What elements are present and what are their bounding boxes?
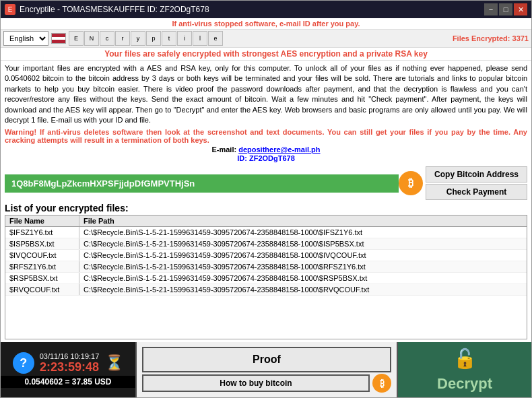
main-window: E Encryptile - TOMASMESKAUFFFE ID: ZF2OD…: [0, 0, 532, 398]
how-to-buy-bitcoin-button[interactable]: How to buy bitcoin: [142, 374, 370, 392]
file-table-header: File Name File Path: [5, 215, 527, 227]
how-to-row: How to buy bitcoin ₿: [142, 374, 391, 393]
toolbar-icon-7[interactable]: t: [162, 31, 176, 46]
table-row: $IVQCOUF.txtC:\$Recycle.Bin\S-1-5-21-159…: [5, 250, 527, 261]
close-button[interactable]: ✕: [514, 3, 527, 15]
file-path-cell: C:\$Recycle.Bin\S-1-5-21-1599631459-3095…: [79, 227, 527, 238]
col-header-name: File Name: [5, 215, 79, 226]
question-icon[interactable]: ?: [13, 352, 34, 374]
bitcoin-row: 1Q8bF8MgLpZkcmHXPSFjjdpDfGMPVTHjSn ₿ Cop…: [5, 166, 527, 200]
countdown-timer: 2:23:59:48: [40, 360, 100, 374]
id-line: ID: ZF2ODgT678: [5, 154, 527, 162]
btc-amount: 0.0540602 = 37.85 USD: [1, 376, 135, 388]
date-text: 03/11/16 10:19:17: [40, 352, 100, 360]
file-name-cell: $RSP5BSX.txt: [5, 273, 79, 284]
col-header-path: File Path: [79, 215, 527, 226]
file-name-cell: $ISP5BSX.txt: [5, 238, 79, 249]
top-warning-bar: If anti-virus stopped software, e-mail I…: [1, 18, 531, 30]
lock-icon: 🔓: [453, 347, 477, 370]
toolbar-icon-4[interactable]: r: [115, 31, 130, 46]
toolbar-icon-8[interactable]: i: [177, 31, 192, 46]
table-row: $RSP5BSX.txtC:\$Recycle.Bin\S-1-5-21-159…: [5, 273, 527, 284]
window-title: Encryptile - TOMASMESKAUFFFE ID: ZF2ODgT…: [20, 5, 484, 14]
maximize-button[interactable]: □: [499, 3, 512, 15]
file-table: File Name File Path $IFSZ1Y6.txtC:\$Recy…: [5, 215, 527, 339]
bottom-bar: ? 03/11/16 10:19:17 2:23:59:48 ⏳ 0.05406…: [1, 342, 531, 397]
title-bar: E Encryptile - TOMASMESKAUFFFE ID: ZF2OD…: [1, 1, 531, 18]
main-content: Your important files are encrypted with …: [1, 61, 531, 342]
bitcoin-address-box: 1Q8bF8MgLpZkcmHXPSFjjdpDfGMPVTHjSn: [5, 174, 399, 193]
file-path-cell: C:\$Recycle.Bin\S-1-5-21-1599631459-3095…: [79, 250, 527, 261]
proof-button[interactable]: Proof: [142, 347, 391, 372]
inner-title-bar: Your files are safely encrypted with str…: [1, 48, 531, 61]
toolbar-icon-9[interactable]: l: [193, 31, 207, 46]
bottom-left-panel: ? 03/11/16 10:19:17 2:23:59:48 ⏳ 0.05406…: [1, 342, 135, 397]
file-path-cell: C:\$Recycle.Bin\S-1-5-21-1599631459-3095…: [79, 261, 527, 272]
file-path-cell: C:\$Recycle.Bin\S-1-5-21-1599631459-3095…: [79, 284, 527, 295]
file-name-cell: $RFSZ1Y6.txt: [5, 261, 79, 272]
toolbar-icon-10[interactable]: e: [208, 31, 223, 46]
bottom-info-row: ? 03/11/16 10:19:17 2:23:59:48 ⏳: [13, 352, 124, 374]
toolbar-icons: E N c r y p t i l e: [69, 31, 223, 46]
file-name-cell: $IVQCOUF.txt: [5, 250, 79, 261]
toolbar: English E N c r y p t i l e Files Encryp…: [1, 30, 531, 48]
decrypt-text: Decrypt: [437, 375, 492, 393]
files-encrypted-label: Files Encrypted: 3371: [453, 34, 529, 42]
warning-block: Warning! If anti-virus deletes software …: [5, 128, 527, 144]
bitcoin-logo: ₿: [399, 171, 423, 195]
email-link[interactable]: deposithere@e-mail.ph: [238, 145, 320, 154]
table-row: $RFSZ1Y6.txtC:\$Recycle.Bin\S-1-5-21-159…: [5, 261, 527, 273]
file-path-cell: C:\$Recycle.Bin\S-1-5-21-1599631459-3095…: [79, 273, 527, 284]
file-name-cell: $IFSZ1Y6.txt: [5, 227, 79, 238]
copy-bitcoin-address-button[interactable]: Copy Bitcoin Address: [426, 166, 527, 183]
toolbar-icon-6[interactable]: p: [146, 31, 161, 46]
toolbar-icon-1[interactable]: E: [69, 31, 84, 46]
check-payment-button[interactable]: Check Payment: [426, 184, 527, 200]
app-icon: E: [5, 4, 15, 15]
main-paragraph: Your important files are encrypted with …: [5, 63, 527, 125]
toolbar-icon-2[interactable]: N: [84, 31, 99, 46]
minimize-button[interactable]: −: [484, 3, 498, 15]
flag-icon: [51, 33, 66, 44]
bitcoin-buttons: Copy Bitcoin Address Check Payment: [426, 166, 527, 200]
toolbar-icon-5[interactable]: y: [131, 31, 145, 46]
bottom-right-panel[interactable]: 🔓 Decrypt: [397, 342, 531, 397]
datetime-block: 03/11/16 10:19:17 2:23:59:48: [40, 352, 100, 374]
toolbar-icon-3[interactable]: c: [100, 31, 114, 46]
table-row: $IFSZ1Y6.txtC:\$Recycle.Bin\S-1-5-21-159…: [5, 227, 527, 238]
file-path-cell: C:\$Recycle.Bin\S-1-5-21-1599631459-3095…: [79, 238, 527, 249]
file-table-body[interactable]: $IFSZ1Y6.txtC:\$Recycle.Bin\S-1-5-21-159…: [5, 227, 527, 339]
email-line: E-mail: deposithere@e-mail.ph: [5, 145, 527, 154]
file-name-cell: $RVQCOUF.txt: [5, 284, 79, 295]
table-row: $ISP5BSX.txtC:\$Recycle.Bin\S-1-5-21-159…: [5, 238, 527, 250]
bottom-middle-panel: Proof How to buy bitcoin ₿: [135, 342, 397, 397]
language-select[interactable]: English: [3, 31, 48, 46]
table-row: $RVQCOUF.txtC:\$Recycle.Bin\S-1-5-21-159…: [5, 284, 527, 296]
hourglass-icon: ⏳: [104, 354, 123, 372]
bitcoin-small-logo: ₿: [372, 374, 391, 393]
file-list-title: List of your encrypted files:: [5, 203, 527, 213]
window-controls: − □ ✕: [484, 3, 527, 15]
